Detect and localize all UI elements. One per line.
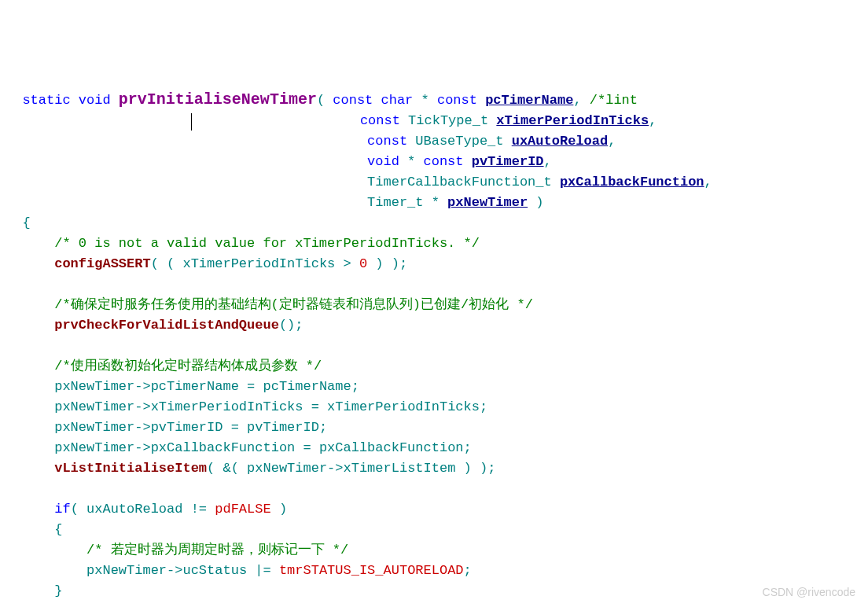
star: * [399,154,424,169]
comment-cn3: /* 若定时器为周期定时器，则标记一下 */ [86,543,348,557]
paren: ( &( [207,461,247,476]
param-pxCallbackFunction: pxCallbackFunction [560,175,704,189]
keyword-char: char [381,93,414,108]
ident: uxAutoReload [86,502,182,517]
op-oreq: |= [247,563,279,578]
type-TimerCallbackFunction: TimerCallbackFunction_t [367,175,552,189]
ident: xTimerPeriodInTicks [327,399,480,414]
paren-close: (); [279,318,303,333]
semi: ; [464,563,472,578]
star: * [413,93,437,108]
param-pvTimerID: pvTimerID [472,154,544,169]
star: * [424,195,448,210]
eq: = [303,399,328,414]
arrow: -> [327,461,343,476]
op-gt: > [335,256,359,271]
macro-tmrSTATUS: tmrSTATUS_IS_AUTORELOAD [279,563,464,578]
text-cursor [191,113,192,131]
keyword-void: void [367,154,399,169]
arrow: -> [134,420,150,435]
eq: = [239,379,263,394]
type-TickType: TickType_t [408,113,488,128]
semi: ; [319,420,327,435]
comma: , [704,175,712,189]
arrow: -> [167,563,182,578]
param-pcTimerName: pcTimerName [485,93,573,108]
comma: , [573,93,581,108]
op-ne: != [182,502,215,517]
comma: , [649,113,657,128]
comment-cn2: /*使用函数初始化定时器结构体成员参数 */ [54,359,322,373]
comment-validation: /* 0 is not a valid value for xTimerPeri… [54,236,480,251]
macro-pdFALSE: pdFALSE [215,502,270,517]
member: pcTimerName [151,379,239,394]
ident: pxNewTimer [54,379,134,394]
paren-close: ) ); [367,256,407,271]
paren-close: ) [271,502,287,517]
call-vListInitialiseItem: vListInitialiseItem [54,461,207,476]
eq: = [295,440,319,455]
watermark: CSDN @rivencode [763,582,855,602]
param-uxAutoReload: uxAutoReload [512,134,608,149]
keyword-const: const [360,113,400,128]
param-xTimerPeriodInTicks: xTimerPeriodInTicks [496,113,649,128]
function-name: prvInitialiseNewTimer [119,90,317,109]
keyword-static: static [22,93,70,108]
member: pvTimerID [151,420,223,435]
keyword-const: const [333,93,373,108]
semi: ; [464,440,472,455]
ident: pcTimerName [263,379,351,394]
paren-open: ( [317,93,325,108]
ident: pvTimerID [247,420,319,435]
ident: xTimerPeriodInTicks [182,256,335,271]
member: ucStatus [182,563,247,578]
paren: ( [71,502,86,517]
type-Timer: Timer_t [367,195,423,210]
ident: pxNewTimer [54,399,134,414]
ident: pxNewTimer [54,420,134,435]
literal-zero: 0 [359,256,367,271]
ident: pxNewTimer [86,563,167,578]
keyword-const: const [437,93,477,108]
semi: ; [480,399,487,414]
param-pxNewTimer: pxNewTimer [447,195,528,210]
eq: = [223,420,247,435]
paren: ( ( [151,256,183,271]
arrow: -> [134,399,150,414]
member: xTimerListItem [344,461,456,476]
ident: pxCallbackFunction [319,440,464,455]
member: xTimerPeriodInTicks [151,399,303,414]
ident: pxNewTimer [247,461,327,476]
keyword-if: if [54,502,70,517]
comma: , [544,154,552,169]
paren-close: ) [528,195,543,210]
type-UBaseType: UBaseType_t [415,134,503,149]
call-configASSERT: configASSERT [54,256,150,271]
brace-open: { [54,522,62,537]
keyword-const: const [367,134,407,149]
arrow: -> [134,440,150,455]
comment-lint: /*lint [582,93,638,108]
call-prvCheckForValidListAndQueue: prvCheckForValidListAndQueue [54,318,279,333]
code-editor[interactable]: static void prvInitialiseNewTimer( const… [6,90,868,607]
comment-cn1: /*确保定时服务任务使用的基础结构(定时器链表和消息队列)已创建/初始化 */ [54,297,533,312]
brace-open: { [22,215,30,230]
member: pxCallbackFunction [151,440,296,455]
semi: ; [351,379,359,394]
ident: pxNewTimer [54,440,134,455]
brace-close: } [54,583,62,598]
comma: , [608,134,616,149]
keyword-const: const [424,154,464,169]
arrow: -> [134,379,150,394]
paren-close: ) ); [455,461,495,476]
keyword-void: void [79,93,111,108]
